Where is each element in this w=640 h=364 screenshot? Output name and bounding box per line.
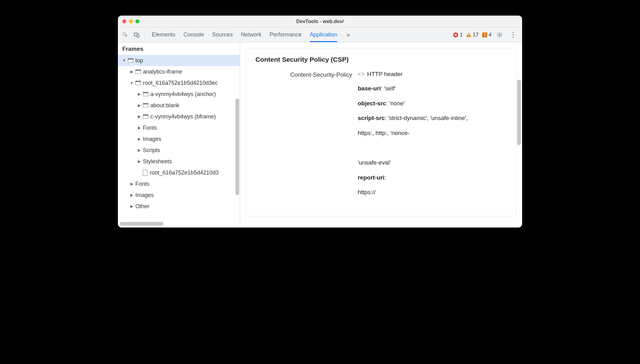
window-title: DevTools - web.dev/ xyxy=(118,19,522,24)
tree-label: Other xyxy=(135,203,149,210)
csp-directive-value: 'unsafe-eval' xyxy=(358,159,390,166)
tree-arrow-icon[interactable] xyxy=(130,204,133,208)
tree-arrow-icon[interactable] xyxy=(130,182,133,186)
csp-directive: base-uri: 'self' xyxy=(358,84,507,93)
tree-label: analytics-iframe xyxy=(143,69,182,75)
tree-label: Scripts xyxy=(143,147,160,154)
svg-rect-5 xyxy=(468,36,469,36)
devtools-window: DevTools - web.dev/ Elements Console Sou… xyxy=(118,16,522,228)
main-vertical-scrollbar[interactable] xyxy=(517,80,521,145)
window-frame-icon xyxy=(128,58,133,63)
csp-directive-value: https:// xyxy=(358,189,376,195)
minimize-window-button[interactable] xyxy=(129,19,133,23)
tree-arrow-icon[interactable] xyxy=(130,69,133,74)
document-icon xyxy=(143,170,148,176)
csp-directive-value: https:, http:, 'nonce- xyxy=(358,130,410,136)
devtools-body: Frames topanalytics-iframeroot_616a752e1… xyxy=(118,42,522,228)
warnings-count-value: 17 xyxy=(473,32,479,38)
sidebar-vertical-scrollbar[interactable] xyxy=(235,98,239,195)
device-toolbar-icon[interactable] xyxy=(132,30,142,40)
tree-row[interactable]: analytics-iframe xyxy=(118,66,240,77)
tree-row[interactable]: about:blank xyxy=(118,100,240,111)
tree-label: top xyxy=(135,57,143,64)
csp-directive-value xyxy=(358,145,359,151)
tree-row[interactable]: Images xyxy=(118,133,240,145)
tree-row[interactable]: c-vynmy4vb4wys (bframe) xyxy=(118,111,240,122)
tree-arrow-icon[interactable] xyxy=(137,159,141,164)
csp-panel: Content Security Policy (CSP) Content-Se… xyxy=(246,48,516,216)
code-icon: < > xyxy=(358,71,364,78)
tree-arrow-icon[interactable] xyxy=(137,137,141,141)
warning-icon xyxy=(466,32,472,38)
tree-row[interactable]: Fonts xyxy=(118,178,240,189)
tab-console[interactable]: Console xyxy=(183,27,204,42)
csp-directive: report-uri: xyxy=(358,174,507,182)
tree-row[interactable]: top xyxy=(118,55,240,66)
tree-row[interactable]: Scripts xyxy=(118,145,240,156)
traffic-lights xyxy=(118,19,139,23)
tree-arrow-icon[interactable] xyxy=(137,114,141,119)
tree-label: root_616a752e1b5d4210d3 xyxy=(150,170,219,176)
tab-performance[interactable]: Performance xyxy=(269,27,302,42)
csp-directive-value: : 'strict-dynamic', 'unsafe-inline', xyxy=(385,115,468,121)
tree-arrow-icon[interactable] xyxy=(137,92,141,96)
svg-rect-2 xyxy=(137,34,139,37)
window-frame-icon xyxy=(135,69,141,74)
tree-row[interactable]: Images xyxy=(118,189,240,201)
tree-arrow-icon[interactable] xyxy=(122,58,126,63)
titlebar: DevTools - web.dev/ xyxy=(118,16,522,27)
tree-arrow-icon[interactable] xyxy=(130,193,133,197)
tree-arrow-icon[interactable] xyxy=(137,103,141,108)
sidebar-horizontal-scrollbar[interactable] xyxy=(120,222,163,226)
devtools-tabs: Elements Console Sources Network Perform… xyxy=(148,27,355,42)
frames-tree: topanalytics-iframeroot_616a752e1b5d4210… xyxy=(118,55,240,228)
tree-label: Images xyxy=(135,192,154,199)
tab-elements[interactable]: Elements xyxy=(152,27,175,42)
csp-directive: 'unsafe-eval' xyxy=(358,159,507,167)
inspect-element-icon[interactable] xyxy=(120,30,130,40)
tree-label: Images xyxy=(143,136,161,142)
tab-sources[interactable]: Sources xyxy=(212,27,233,42)
tree-row[interactable]: Fonts xyxy=(118,122,240,133)
window-frame-icon xyxy=(143,114,148,119)
tree-row[interactable]: root_616a752e1b5d4210d3ec xyxy=(118,77,240,89)
errors-count[interactable]: 1 xyxy=(453,32,463,38)
maximize-window-button[interactable] xyxy=(135,19,139,23)
tree-arrow-icon[interactable] xyxy=(137,148,141,152)
tree-arrow-icon[interactable] xyxy=(137,126,141,130)
tree-label: root_616a752e1b5d4210d3ec xyxy=(143,80,218,86)
frames-sidebar: Frames topanalytics-iframeroot_616a752e1… xyxy=(118,42,240,228)
issues-count-value: 4 xyxy=(489,32,492,38)
svg-rect-7 xyxy=(484,33,485,35)
csp-directive: object-src: 'none' xyxy=(358,99,507,108)
tree-row[interactable]: a-vynmy4vb4wys (anchor) xyxy=(118,89,240,100)
tree-label: c-vynmy4vb4wys (bframe) xyxy=(150,113,216,120)
csp-directive xyxy=(358,144,507,152)
tree-label: a-vynmy4vb4wys (anchor) xyxy=(150,91,216,98)
csp-directive-value: : xyxy=(385,174,386,181)
tree-label: Fonts xyxy=(135,181,149,187)
tab-network[interactable]: Network xyxy=(241,27,261,42)
tree-row[interactable]: Stylesheets xyxy=(118,156,240,167)
devtools-toolbar: Elements Console Sources Network Perform… xyxy=(118,27,522,42)
tabs-overflow-icon[interactable]: » xyxy=(345,31,351,38)
close-window-button[interactable] xyxy=(122,19,126,23)
error-icon xyxy=(453,32,458,38)
window-frame-icon xyxy=(143,92,148,96)
tab-application[interactable]: Application xyxy=(310,27,337,42)
csp-header-source: HTTP header xyxy=(367,71,403,78)
settings-gear-icon[interactable] xyxy=(495,30,505,40)
tree-label: Stylesheets xyxy=(143,158,172,165)
tree-arrow-icon[interactable] xyxy=(130,81,133,85)
issues-count[interactable]: 4 xyxy=(482,32,492,38)
csp-directive-key: report-uri xyxy=(358,174,385,181)
warnings-count[interactable]: 17 xyxy=(466,32,479,38)
tree-row[interactable]: root_616a752e1b5d4210d3 xyxy=(118,167,240,178)
csp-directive: https:// xyxy=(358,188,507,196)
csp-directive: https:, http:, 'nonce- xyxy=(358,129,507,137)
tree-row[interactable]: Other xyxy=(118,201,240,212)
frames-header: Frames xyxy=(118,42,240,55)
more-options-icon[interactable]: ⋮ xyxy=(508,31,518,39)
csp-directive-key: script-src xyxy=(358,115,385,121)
window-frame-icon xyxy=(135,81,141,85)
